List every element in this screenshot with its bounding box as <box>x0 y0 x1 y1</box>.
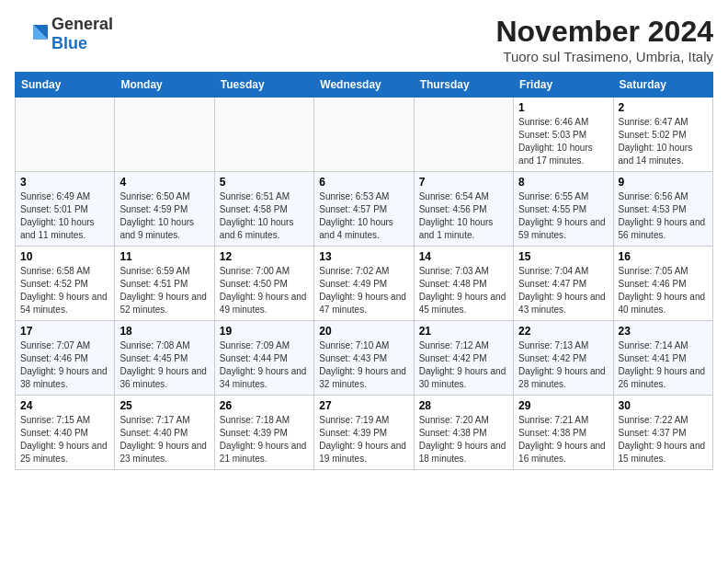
day-number: 20 <box>319 325 408 338</box>
weekday-header-sunday: Sunday <box>16 73 115 98</box>
day-info: Sunrise: 6:50 AMSunset: 4:59 PMDaylight:… <box>119 190 209 242</box>
calendar-cell: 3Sunrise: 6:49 AMSunset: 5:01 PMDaylight… <box>16 172 115 247</box>
calendar-week-row: 3Sunrise: 6:49 AMSunset: 5:01 PMDaylight… <box>16 172 713 247</box>
day-number: 16 <box>619 250 708 263</box>
calendar-cell: 17Sunrise: 7:07 AMSunset: 4:46 PMDayligh… <box>16 321 115 396</box>
day-info: Sunrise: 6:59 AMSunset: 4:51 PMDaylight:… <box>119 265 209 316</box>
day-info: Sunrise: 7:14 AMSunset: 4:41 PMDaylight:… <box>619 339 708 391</box>
weekday-header-friday: Friday <box>514 73 613 98</box>
day-info: Sunrise: 6:55 AMSunset: 4:55 PMDaylight:… <box>518 190 608 242</box>
calendar-cell: 28Sunrise: 7:20 AMSunset: 4:38 PMDayligh… <box>414 396 513 470</box>
calendar-cell: 9Sunrise: 6:56 AMSunset: 4:53 PMDaylight… <box>613 172 712 247</box>
calendar-cell: 19Sunrise: 7:09 AMSunset: 4:44 PMDayligh… <box>214 321 313 396</box>
weekday-header-wednesday: Wednesday <box>314 73 414 98</box>
day-info: Sunrise: 6:54 AMSunset: 4:56 PMDaylight:… <box>419 190 508 242</box>
day-number: 22 <box>518 325 608 338</box>
calendar-cell: 12Sunrise: 7:00 AMSunset: 4:50 PMDayligh… <box>214 247 313 321</box>
day-info: Sunrise: 7:13 AMSunset: 4:42 PMDaylight:… <box>518 339 608 391</box>
logo-text: General Blue <box>51 15 113 53</box>
day-info: Sunrise: 6:53 AMSunset: 4:57 PMDaylight:… <box>319 190 408 242</box>
day-number: 13 <box>319 250 408 263</box>
calendar-cell: 14Sunrise: 7:03 AMSunset: 4:48 PMDayligh… <box>414 247 513 321</box>
calendar-cell: 10Sunrise: 6:58 AMSunset: 4:52 PMDayligh… <box>16 247 115 321</box>
weekday-header-monday: Monday <box>115 73 214 98</box>
day-info: Sunrise: 7:07 AMSunset: 4:46 PMDaylight:… <box>20 339 109 391</box>
day-number: 11 <box>119 250 209 263</box>
day-number: 24 <box>20 399 109 412</box>
day-number: 23 <box>619 325 708 338</box>
location-subtitle: Tuoro sul Trasimeno, Umbria, Italy <box>495 49 713 64</box>
calendar-cell: 23Sunrise: 7:14 AMSunset: 4:41 PMDayligh… <box>613 321 712 396</box>
calendar-cell: 6Sunrise: 6:53 AMSunset: 4:57 PMDaylight… <box>314 172 414 247</box>
title-area: November 2024 Tuoro sul Trasimeno, Umbri… <box>495 15 713 64</box>
day-info: Sunrise: 6:49 AMSunset: 5:01 PMDaylight:… <box>20 190 109 242</box>
calendar-cell <box>16 98 115 172</box>
calendar-cell: 20Sunrise: 7:10 AMSunset: 4:43 PMDayligh… <box>314 321 414 396</box>
day-info: Sunrise: 6:58 AMSunset: 4:52 PMDaylight:… <box>20 265 109 316</box>
day-number: 6 <box>319 176 408 189</box>
day-number: 3 <box>20 176 109 189</box>
day-info: Sunrise: 7:15 AMSunset: 4:40 PMDaylight:… <box>20 414 109 465</box>
calendar-cell: 8Sunrise: 6:55 AMSunset: 4:55 PMDaylight… <box>514 172 613 247</box>
day-number: 7 <box>419 176 508 189</box>
calendar-cell: 2Sunrise: 6:47 AMSunset: 5:02 PMDaylight… <box>613 98 712 172</box>
day-info: Sunrise: 6:51 AMSunset: 4:58 PMDaylight:… <box>220 190 309 242</box>
day-number: 1 <box>518 101 608 114</box>
calendar-cell: 18Sunrise: 7:08 AMSunset: 4:45 PMDayligh… <box>115 321 214 396</box>
calendar-cell: 7Sunrise: 6:54 AMSunset: 4:56 PMDaylight… <box>414 172 513 247</box>
day-number: 26 <box>220 399 309 412</box>
calendar-cell: 1Sunrise: 6:46 AMSunset: 5:03 PMDaylight… <box>514 98 613 172</box>
day-info: Sunrise: 7:00 AMSunset: 4:50 PMDaylight:… <box>220 265 309 316</box>
day-number: 25 <box>119 399 209 412</box>
logo-blue: Blue <box>51 34 87 52</box>
day-number: 29 <box>518 399 608 412</box>
day-number: 9 <box>619 176 708 189</box>
weekday-header-tuesday: Tuesday <box>214 73 313 98</box>
calendar-cell: 13Sunrise: 7:02 AMSunset: 4:49 PMDayligh… <box>314 247 414 321</box>
day-info: Sunrise: 7:22 AMSunset: 4:37 PMDaylight:… <box>619 414 708 465</box>
month-title: November 2024 <box>495 15 713 49</box>
calendar-body: 1Sunrise: 6:46 AMSunset: 5:03 PMDaylight… <box>16 98 713 470</box>
day-info: Sunrise: 7:20 AMSunset: 4:38 PMDaylight:… <box>419 414 508 465</box>
calendar-cell: 11Sunrise: 6:59 AMSunset: 4:51 PMDayligh… <box>115 247 214 321</box>
day-number: 2 <box>619 101 708 114</box>
day-number: 15 <box>518 250 608 263</box>
calendar-cell: 29Sunrise: 7:21 AMSunset: 4:38 PMDayligh… <box>514 396 613 470</box>
calendar-cell: 16Sunrise: 7:05 AMSunset: 4:46 PMDayligh… <box>613 247 712 321</box>
calendar-cell <box>115 98 214 172</box>
day-info: Sunrise: 7:03 AMSunset: 4:48 PMDaylight:… <box>419 265 508 316</box>
calendar-cell: 26Sunrise: 7:18 AMSunset: 4:39 PMDayligh… <box>214 396 313 470</box>
calendar-cell: 24Sunrise: 7:15 AMSunset: 4:40 PMDayligh… <box>16 396 115 470</box>
day-info: Sunrise: 7:04 AMSunset: 4:47 PMDaylight:… <box>518 265 608 316</box>
day-number: 5 <box>220 176 309 189</box>
day-number: 27 <box>319 399 408 412</box>
calendar-cell: 27Sunrise: 7:19 AMSunset: 4:39 PMDayligh… <box>314 396 414 470</box>
calendar-cell: 25Sunrise: 7:17 AMSunset: 4:40 PMDayligh… <box>115 396 214 470</box>
weekday-header-saturday: Saturday <box>613 73 712 98</box>
day-number: 21 <box>419 325 508 338</box>
calendar-week-row: 24Sunrise: 7:15 AMSunset: 4:40 PMDayligh… <box>16 396 713 470</box>
calendar-cell: 5Sunrise: 6:51 AMSunset: 4:58 PMDaylight… <box>214 172 313 247</box>
day-info: Sunrise: 6:47 AMSunset: 5:02 PMDaylight:… <box>619 116 708 167</box>
day-number: 12 <box>220 250 309 263</box>
header: General Blue November 2024 Tuoro sul Tra… <box>15 15 713 64</box>
day-number: 4 <box>119 176 209 189</box>
calendar-cell: 22Sunrise: 7:13 AMSunset: 4:42 PMDayligh… <box>514 321 613 396</box>
day-number: 17 <box>20 325 109 338</box>
calendar-week-row: 10Sunrise: 6:58 AMSunset: 4:52 PMDayligh… <box>16 247 713 321</box>
day-info: Sunrise: 7:17 AMSunset: 4:40 PMDaylight:… <box>119 414 209 465</box>
calendar-cell: 4Sunrise: 6:50 AMSunset: 4:59 PMDaylight… <box>115 172 214 247</box>
day-number: 14 <box>419 250 508 263</box>
weekday-header-thursday: Thursday <box>414 73 513 98</box>
day-info: Sunrise: 7:21 AMSunset: 4:38 PMDaylight:… <box>518 414 608 465</box>
day-info: Sunrise: 6:56 AMSunset: 4:53 PMDaylight:… <box>619 190 708 242</box>
calendar-cell <box>214 98 313 172</box>
calendar: SundayMondayTuesdayWednesdayThursdayFrid… <box>15 72 713 470</box>
calendar-cell: 21Sunrise: 7:12 AMSunset: 4:42 PMDayligh… <box>414 321 513 396</box>
day-info: Sunrise: 7:12 AMSunset: 4:42 PMDaylight:… <box>419 339 508 391</box>
day-info: Sunrise: 7:08 AMSunset: 4:45 PMDaylight:… <box>119 339 209 391</box>
day-info: Sunrise: 6:46 AMSunset: 5:03 PMDaylight:… <box>518 116 608 167</box>
day-number: 18 <box>119 325 209 338</box>
day-info: Sunrise: 7:02 AMSunset: 4:49 PMDaylight:… <box>319 265 408 316</box>
day-number: 19 <box>220 325 309 338</box>
